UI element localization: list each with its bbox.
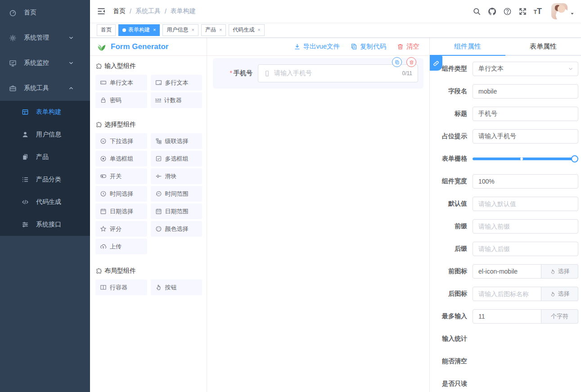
code-icon	[22, 198, 29, 206]
sliders-icon	[22, 221, 29, 228]
component-date-picker[interactable]: 日期选择	[95, 203, 147, 219]
field-label: 前缀	[430, 222, 473, 230]
component-row-container[interactable]: 行容器	[95, 279, 147, 295]
tab-form-props[interactable]: 表单属性	[505, 38, 581, 56]
user-menu[interactable]	[551, 3, 574, 19]
hand-pointer-icon	[550, 269, 556, 275]
github-icon[interactable]	[488, 7, 496, 16]
date-icon	[100, 208, 107, 215]
max-length-input[interactable]	[473, 309, 541, 324]
close-icon[interactable]: ×	[219, 27, 222, 32]
hand-pointer-icon	[550, 291, 556, 297]
suffix-input[interactable]	[473, 242, 578, 256]
prop-row-show-word-limit: 输入统计	[430, 332, 578, 346]
prop-row-suffix-icon: 后图标 选择	[430, 287, 578, 301]
component-checkbox-group[interactable]: 多选框组	[151, 151, 203, 167]
tab-home[interactable]: 首页	[97, 24, 116, 36]
component-rate[interactable]: 评分	[95, 221, 147, 237]
slider-handle[interactable]	[571, 155, 578, 162]
tab-user-info[interactable]: 用户信息 ×	[162, 24, 198, 36]
component-slider[interactable]: 滑块	[151, 168, 203, 184]
tab-code-generation[interactable]: 代码生成 ×	[229, 24, 264, 36]
component-type-select[interactable]: 单行文本	[473, 62, 578, 76]
field-name-input[interactable]	[473, 84, 578, 99]
component-single-line-text[interactable]: 单行文本	[95, 75, 147, 90]
chevron-down-icon	[68, 35, 74, 41]
sidebar-item-home[interactable]: 首页	[0, 0, 90, 25]
doc-link-tag[interactable]	[430, 56, 442, 71]
group-title-select: 选择型组件	[95, 121, 202, 129]
input-icon	[100, 79, 107, 86]
title-input[interactable]	[473, 107, 578, 121]
trash-icon	[397, 43, 404, 50]
width-input[interactable]	[473, 174, 578, 189]
component-switch[interactable]: 开关	[95, 168, 147, 184]
field-label: 前图标	[430, 267, 473, 275]
help-icon[interactable]	[503, 7, 512, 16]
component-date-range[interactable]: 日期范围	[151, 203, 203, 219]
delete-field-button[interactable]	[406, 57, 416, 67]
prefix-icon-select-button[interactable]: 选择	[541, 264, 578, 279]
component-color-picker[interactable]: 颜色选择	[151, 221, 203, 237]
canvas-field-mobile[interactable]: *手机号 请输入手机号 0/11	[213, 58, 423, 89]
sidebar-item-label: 系统管理	[24, 34, 49, 42]
mobile-input[interactable]: 请输入手机号 0/11	[258, 64, 418, 82]
time-icon	[100, 190, 107, 197]
sidebar-subitem-code-generation[interactable]: 代码生成	[0, 191, 90, 213]
field-label: 字段名	[430, 87, 473, 95]
duplicate-field-button[interactable]	[392, 57, 402, 67]
component-button[interactable]: 按钮	[151, 279, 203, 295]
sidebar-fold-icon[interactable]	[97, 7, 106, 16]
number-123-icon: 123	[155, 98, 161, 103]
component-upload[interactable]: 上传	[95, 239, 147, 254]
sidebar-item-system-tools[interactable]: 系统工具	[0, 76, 90, 101]
component-cascader[interactable]: 级联选择	[151, 133, 203, 149]
font-size-icon[interactable]: TT	[534, 7, 542, 15]
sidebar-subitem-label: 表单构建	[36, 108, 61, 116]
component-password[interactable]: 密码	[95, 92, 147, 108]
slider-icon	[155, 173, 162, 180]
group-title-layout: 布局型组件	[95, 267, 202, 275]
close-icon[interactable]: ×	[257, 27, 260, 32]
component-time-picker[interactable]: 时间选择	[95, 186, 147, 202]
sidebar-subitem-system-api[interactable]: 系统接口	[0, 213, 90, 236]
avatar[interactable]	[551, 3, 567, 19]
export-vue-button[interactable]: 导出vue文件	[294, 42, 340, 51]
sidebar-item-system-monitor[interactable]: 系统监控	[0, 50, 90, 76]
clear-button[interactable]: 清空	[397, 42, 419, 51]
group-title-input: 输入型组件	[95, 62, 202, 70]
prefix-input[interactable]	[473, 219, 578, 234]
suffix-icon-select-button[interactable]: 选择	[541, 287, 578, 301]
tab-component-props[interactable]: 组件属性	[430, 38, 505, 56]
tab-product[interactable]: 产品 ×	[201, 24, 226, 36]
active-dot	[122, 28, 126, 32]
sidebar-item-system-management[interactable]: 系统管理	[0, 25, 90, 50]
tab-form-builder[interactable]: 表单构建 ×	[118, 24, 160, 36]
component-multi-line-text[interactable]: 多行文本	[151, 75, 203, 90]
slider-track[interactable]	[473, 158, 575, 160]
fullscreen-icon[interactable]	[518, 7, 527, 16]
component-dropdown-select[interactable]: 下拉选择	[95, 133, 147, 149]
lock-icon	[100, 97, 107, 104]
sidebar-subitem-form-builder[interactable]: 表单构建	[0, 101, 90, 123]
chevron-down-icon	[68, 60, 74, 66]
component-time-range[interactable]: 时间范围	[151, 186, 203, 202]
components-list: 输入型组件 单行文本 多行文本 密码 123计数器 选择型组件 下拉选择	[90, 56, 207, 392]
search-icon[interactable]	[473, 7, 481, 16]
drawing-board[interactable]: *手机号 请输入手机号 0/11	[207, 56, 429, 392]
breadcrumb-home[interactable]: 首页	[113, 7, 126, 15]
sidebar-subitem-user-info[interactable]: 用户信息	[0, 123, 90, 146]
close-icon[interactable]: ×	[153, 27, 156, 32]
grid-slider[interactable]	[473, 152, 578, 166]
sidebar-subitem-product[interactable]: 产品	[0, 146, 90, 168]
copy-code-button[interactable]: 复制代码	[351, 42, 386, 51]
default-value-input[interactable]	[473, 197, 578, 211]
close-icon[interactable]: ×	[191, 27, 194, 32]
field-label: 标题	[430, 110, 473, 118]
placeholder-input[interactable]	[473, 129, 578, 144]
sidebar-subitem-product-category[interactable]: 产品分类	[0, 168, 90, 191]
component-counter[interactable]: 123计数器	[151, 92, 203, 108]
component-radio-group[interactable]: 单选框组	[95, 151, 147, 167]
prefix-icon-input[interactable]	[473, 264, 541, 279]
suffix-icon-input[interactable]	[473, 287, 541, 301]
